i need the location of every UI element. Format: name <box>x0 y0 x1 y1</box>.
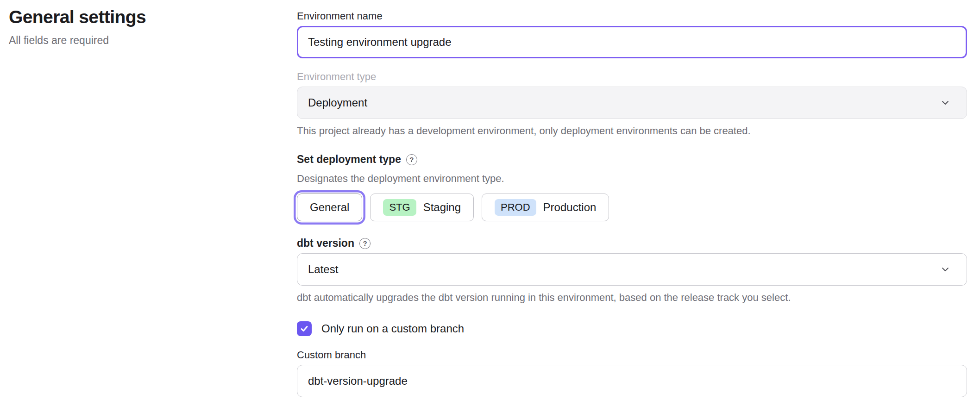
staging-button-label: Staging <box>423 201 461 214</box>
chevron-down-icon <box>940 98 950 108</box>
dbt-version-text: dbt version <box>297 237 354 250</box>
custom-branch-label: Custom branch <box>297 349 967 361</box>
help-icon[interactable]: ? <box>406 154 417 165</box>
set-deployment-type-label: Set deployment type ? <box>297 153 967 166</box>
environment-type-helper: This project already has a development e… <box>297 125 967 137</box>
deployment-type-general-button[interactable]: General <box>297 194 362 221</box>
environment-name-label: Environment name <box>297 10 967 22</box>
page-title: General settings <box>9 6 268 28</box>
environment-type-select: Deployment <box>297 87 967 119</box>
environment-name-input[interactable] <box>297 26 967 58</box>
help-icon[interactable]: ? <box>359 238 371 249</box>
dbt-version-value: Latest <box>308 263 338 276</box>
custom-branch-input[interactable] <box>297 365 967 397</box>
production-button-label: Production <box>543 201 597 214</box>
environment-settings-form: Environment name Environment type Deploy… <box>297 0 967 397</box>
environment-type-value: Deployment <box>308 96 367 109</box>
production-badge: PROD <box>495 199 536 216</box>
dbt-version-select[interactable]: Latest <box>297 253 967 286</box>
checkbox-checked-icon[interactable] <box>297 321 312 336</box>
custom-branch-checkbox-label: Only run on a custom branch <box>321 322 464 335</box>
custom-branch-checkbox-row[interactable]: Only run on a custom branch <box>297 321 967 336</box>
page-subtitle: All fields are required <box>9 34 268 47</box>
dbt-version-helper: dbt automatically upgrades the dbt versi… <box>297 292 967 304</box>
deployment-type-options: General STG Staging PROD Production <box>297 194 967 221</box>
dbt-version-label: dbt version ? <box>297 237 967 250</box>
deployment-type-staging-button[interactable]: STG Staging <box>370 194 474 221</box>
environment-type-label: Environment type <box>297 71 967 83</box>
deployment-type-description: Designates the deployment environment ty… <box>297 173 967 185</box>
settings-intro: General settings All fields are required <box>9 6 268 47</box>
general-button-label: General <box>310 201 349 214</box>
set-deployment-type-text: Set deployment type <box>297 153 401 166</box>
chevron-down-icon <box>940 264 950 275</box>
staging-badge: STG <box>383 199 416 216</box>
deployment-type-production-button[interactable]: PROD Production <box>482 194 609 221</box>
